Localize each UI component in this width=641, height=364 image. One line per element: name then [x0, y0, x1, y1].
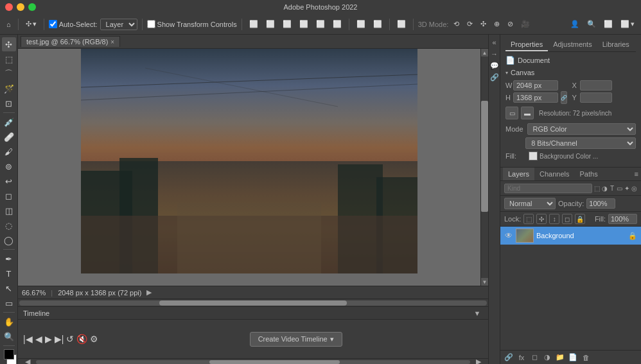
layers-menu-btn[interactable]: ≡	[635, 170, 638, 178]
y-input[interactable]	[580, 92, 612, 103]
timeline-prev-btn[interactable]: ◀	[35, 334, 42, 344]
filter-smart-btn[interactable]: ✦	[624, 183, 629, 193]
clone-tool[interactable]: ⊚	[2, 159, 16, 173]
more-options-btn[interactable]: ⬜	[394, 19, 408, 30]
search-btn[interactable]: 🔍	[584, 19, 599, 30]
filter-adj-btn[interactable]: ◑	[602, 183, 608, 193]
link-btn[interactable]: 🔗	[489, 72, 500, 82]
tl-scroll-right[interactable]: ▶	[473, 357, 484, 365]
canvas-viewport[interactable]	[18, 49, 480, 286]
tab-channels[interactable]: Channels	[534, 168, 574, 180]
lock-position-btn[interactable]: ✣	[536, 214, 547, 224]
horizontal-scrollbar[interactable]	[18, 299, 488, 306]
quick-select-tool[interactable]: 🪄	[2, 82, 16, 96]
window-controls[interactable]	[5, 3, 36, 11]
add-mask-btn[interactable]: ◻	[529, 352, 540, 363]
align-bottom-btn[interactable]: ⬜	[330, 19, 344, 30]
create-timeline-btn[interactable]: Create Video Timeline ▾	[250, 332, 342, 347]
history-brush-tool[interactable]: ↩	[2, 174, 16, 188]
gradient-tool[interactable]: ◫	[2, 204, 16, 218]
align-center-v-btn[interactable]: ⬜	[313, 19, 328, 30]
timeline-collapse-btn[interactable]: ▼	[471, 308, 483, 318]
type-tool[interactable]: T	[2, 266, 16, 281]
chat-btn[interactable]: 💬	[489, 60, 500, 71]
3d-btn-3[interactable]: ✣	[478, 19, 489, 30]
filter-shape-btn[interactable]: ▭	[617, 183, 622, 193]
lock-all-btn[interactable]: 🔒	[575, 214, 585, 224]
timeline-audio-btn[interactable]: 🔇	[76, 334, 87, 344]
delete-layer-btn[interactable]: 🗑	[580, 352, 592, 363]
layer-item-background[interactable]: 👁 Background 🔒	[500, 227, 641, 245]
fill-color-swatch[interactable]	[529, 152, 538, 160]
mode-dropdown[interactable]: RGB Color	[527, 123, 636, 135]
move-tool-options[interactable]: ✣ ▾	[23, 19, 39, 30]
blur-tool[interactable]: ◌	[2, 218, 16, 232]
3d-btn-4[interactable]: ⊕	[491, 19, 502, 30]
3d-btn-2[interactable]: ⟳	[464, 19, 475, 30]
shape-tool[interactable]: ▭	[2, 296, 16, 310]
auto-select-dropdown[interactable]: Layer	[100, 19, 137, 30]
timeline-settings-btn[interactable]: ⚙	[90, 334, 98, 344]
auto-select-checkbox[interactable]	[49, 20, 57, 28]
timeline-next-btn[interactable]: ▶|	[55, 334, 64, 344]
distribute-v-btn[interactable]: ⬜	[371, 19, 385, 30]
pen-tool[interactable]: ✒	[2, 252, 16, 266]
layer-visibility-btn[interactable]: 👁	[504, 231, 513, 240]
distribute-h-btn[interactable]: ⬜	[354, 19, 368, 30]
dodge-tool[interactable]: ◯	[2, 233, 16, 247]
new-group-btn[interactable]: 📁	[554, 352, 566, 363]
healing-tool[interactable]: 🩹	[2, 130, 16, 144]
bit-depth-dropdown[interactable]: 8 Bits/Channel	[525, 137, 636, 149]
tab-layers[interactable]: Layers	[503, 168, 534, 180]
hand-tool[interactable]: ✋	[2, 315, 16, 329]
eyedropper-tool[interactable]: 💉	[2, 115, 16, 129]
expand-btn[interactable]: ⬜▾	[618, 19, 637, 30]
3d-camera-btn[interactable]: 🎥	[518, 19, 532, 30]
width-input[interactable]	[513, 80, 558, 91]
align-center-h-btn[interactable]: ⬜	[263, 19, 277, 30]
3d-btn-1[interactable]: ⟲	[451, 19, 462, 30]
close-button[interactable]	[5, 3, 13, 11]
timeline-start-btn[interactable]: |◀	[23, 334, 33, 344]
align-left-btn[interactable]: ⬜	[247, 19, 261, 30]
minimize-button[interactable]	[17, 3, 24, 11]
tab-close-btn[interactable]: ×	[110, 39, 114, 46]
h-scroll-thumb[interactable]	[159, 300, 346, 306]
canvas-section-header[interactable]: ▾ Canvas	[505, 69, 636, 76]
filter-pixel-btn[interactable]: ⬚	[594, 183, 600, 193]
brush-tool[interactable]: 🖌	[2, 144, 16, 159]
select-tool[interactable]: ⬚	[2, 52, 16, 66]
lock-artboard-btn[interactable]: ◻	[562, 214, 572, 224]
tab-paths[interactable]: Paths	[575, 168, 603, 180]
x-input[interactable]	[580, 80, 612, 91]
lasso-tool[interactable]: ⌒	[2, 67, 16, 81]
align-right-btn[interactable]: ⬜	[280, 19, 294, 30]
zoom-tool[interactable]: 🔍	[2, 329, 16, 343]
filter-toggle-btn[interactable]: ◎	[631, 183, 637, 193]
height-input[interactable]	[513, 92, 558, 103]
align-top-btn[interactable]: ⬜	[297, 19, 311, 30]
timeline-play-btn[interactable]: ▶	[45, 334, 52, 344]
transform-controls-checkbox[interactable]	[147, 20, 155, 28]
v-scroll-thumb[interactable]	[481, 101, 488, 212]
kind-search-input[interactable]	[504, 184, 592, 193]
eraser-tool[interactable]: ◻	[2, 189, 16, 203]
vertical-scrollbar[interactable]: ▲ ▼	[480, 49, 488, 286]
crop-tool[interactable]: ⊡	[2, 96, 16, 110]
new-layer-btn[interactable]: 📄	[567, 352, 579, 363]
arrow-right-btn[interactable]: →	[489, 49, 500, 59]
workspace-btn[interactable]: ⬜	[601, 19, 615, 30]
timeline-loop-btn[interactable]: ↺	[66, 334, 74, 344]
tl-scroll-left[interactable]: ◀	[22, 357, 33, 365]
expand-panel-btn[interactable]: «	[489, 37, 500, 48]
tab-libraries[interactable]: Libraries	[597, 39, 635, 51]
tab-properties[interactable]: Properties	[505, 39, 548, 51]
maximize-button[interactable]	[28, 3, 36, 11]
lock-pixels-btn[interactable]: ⬚	[523, 214, 534, 224]
3d-btn-5[interactable]: ⊘	[505, 19, 516, 30]
portrait-btn[interactable]: ▭	[505, 107, 518, 119]
chain-icon[interactable]: 🔗	[561, 91, 567, 104]
document-tab[interactable]: test.jpg @ 66.7% (RGB/8) ×	[21, 36, 120, 47]
opacity-input[interactable]	[586, 198, 615, 209]
tab-adjustments[interactable]: Adjustments	[548, 39, 597, 51]
